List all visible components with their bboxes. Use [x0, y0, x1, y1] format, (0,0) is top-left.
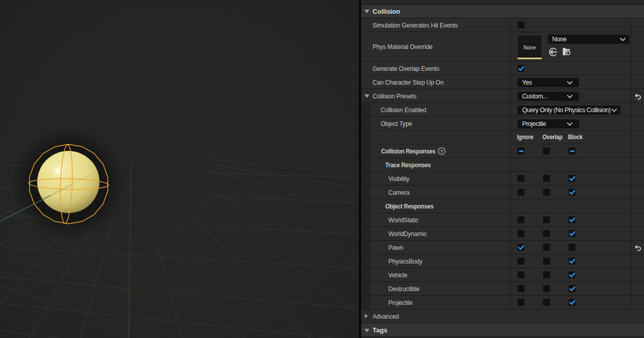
svg-text:?: ?: [440, 148, 443, 154]
